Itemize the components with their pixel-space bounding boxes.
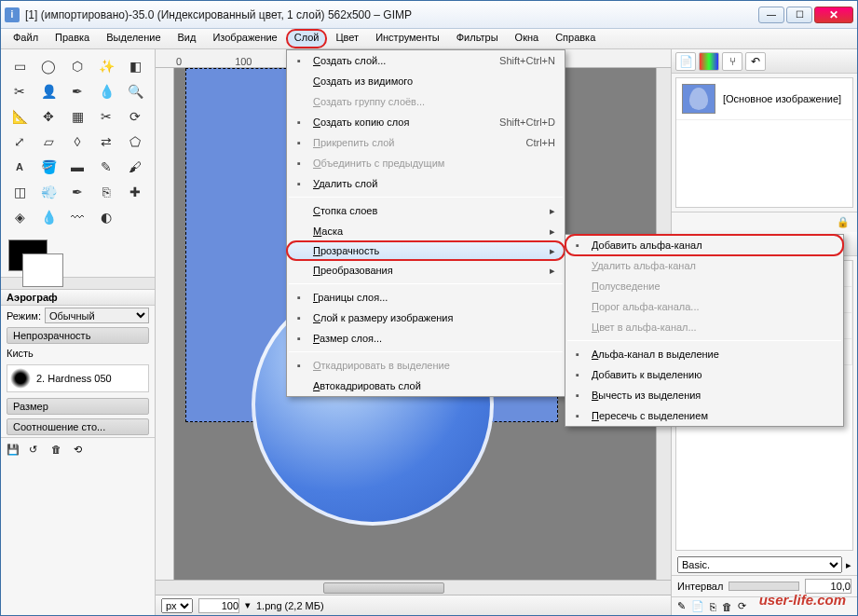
tool-by-color[interactable]: ◧ [122,55,148,77]
brush-preview[interactable]: 2. Hardness 050 [7,364,149,392]
refresh-brush-icon[interactable]: ⟳ [738,600,746,612]
layer-menu-item[interactable]: Автокадрировать слой [287,376,565,396]
tool-clone[interactable]: ⎘ [93,181,119,203]
tab-undo-icon[interactable]: ↶ [745,52,766,71]
menu-select[interactable]: Выделение [98,29,169,48]
tool-paths[interactable]: ✒ [64,80,90,103]
layer-menu-item[interactable]: Преобразования▸ [287,260,565,281]
restore-preset-icon[interactable]: ↺ [29,444,46,459]
menu-filters[interactable]: Фильтры [448,29,507,48]
brush-menu-icon[interactable]: ▸ [846,559,851,571]
layer-menu-item[interactable]: ▪Слой к размеру изображения [287,308,565,328]
tool-fuzzy-select[interactable]: ✨ [93,55,119,77]
mode-select[interactable]: Обычный [45,308,149,323]
tool-crop[interactable]: ✂ [93,105,119,128]
tool-free-select[interactable]: ⬡ [64,55,90,77]
color-swatch[interactable] [8,240,48,271]
scrollbar-horizontal[interactable] [156,580,671,595]
menu-file[interactable]: Файл [5,29,47,48]
minimize-button[interactable]: — [758,7,784,23]
menu-layer[interactable]: Слой [286,29,328,48]
tool-scissors[interactable]: ✂ [7,80,33,103]
brush-combo-row: Basic. ▸ [672,554,857,575]
scrollbar-thumb[interactable] [323,582,444,594]
zoom-input[interactable] [198,598,239,613]
tool-perspective-clone[interactable]: ◈ [7,206,33,228]
tool-zoom[interactable]: 🔍 [122,80,148,103]
unit-select[interactable]: px [161,598,193,613]
maximize-button[interactable]: ☐ [786,7,812,23]
menu-item-label: Полусведение [592,281,661,292]
tool-measure[interactable]: 📐 [7,105,33,128]
ratio-slider[interactable]: Соотношение сто... [7,418,149,435]
opacity-slider[interactable]: Непрозрачность [7,327,149,344]
tool-blend[interactable]: ▬ [64,156,90,178]
menu-view[interactable]: Вид [170,29,205,48]
lock-icon[interactable]: 🔒 [837,216,850,228]
tool-perspective[interactable]: ◊ [64,130,90,153]
tool-blur[interactable]: 💧 [35,206,61,228]
tool-brush[interactable]: 🖌 [122,156,148,178]
layer-menu-item[interactable]: Маска▸ [287,221,565,241]
interval-input[interactable] [805,579,851,594]
interval-slider[interactable] [729,582,799,591]
delete-brush-icon[interactable]: 🗑 [722,601,732,612]
save-preset-icon[interactable]: 💾 [7,444,23,459]
tool-shear[interactable]: ▱ [35,130,61,153]
tool-rect-select[interactable]: ▭ [7,55,33,77]
layer-menu-item[interactable]: ▪Размер слоя... [287,328,565,349]
layer-menu-item[interactable]: Стопка слоев▸ [287,200,565,221]
tool-dodge[interactable]: ◐ [93,206,119,228]
shortcut-label: Shift+Ctrl+D [477,116,555,128]
layer-menu-item[interactable]: ▪Удалить слой [287,173,565,194]
right-tabs: 📄 ⑂ ↶ [672,49,857,74]
submenu-arrow-icon: ▸ [550,265,555,277]
tool-airbrush[interactable]: 💨 [35,181,61,203]
close-button[interactable]: ✕ [814,7,853,23]
tool-cage[interactable]: ⬠ [122,130,148,153]
tool-move[interactable]: ✥ [35,105,61,128]
layer-menu-item[interactable]: ▪Границы слоя... [287,287,565,308]
tool-flip[interactable]: ⇄ [93,130,119,153]
layer-menu-item[interactable]: ▪Создать слой...Shift+Ctrl+N [287,50,565,71]
menu-colors[interactable]: Цвет [327,29,367,48]
tab-channels-icon[interactable] [699,52,719,71]
transparency-item[interactable]: ▪Добавить альфа-канал [565,235,843,255]
tool-rotate[interactable]: ⟳ [122,105,148,128]
menu-edit[interactable]: Правка [47,29,98,48]
delete-preset-icon[interactable]: 🗑 [51,444,68,459]
tool-ink[interactable]: ✒ [64,181,90,203]
layer-menu-item[interactable]: Создать из видимого [287,71,565,91]
tool-text[interactable]: A [7,156,33,178]
menu-tools[interactable]: Инструменты [367,29,448,48]
tab-layers-icon[interactable]: 📄 [675,52,696,71]
tool-heal[interactable]: ✚ [122,181,148,203]
brush-combo[interactable]: Basic. [677,556,842,573]
tool-align[interactable]: ▦ [64,105,90,128]
menu-help[interactable]: Справка [547,29,604,48]
tool-scale[interactable]: ⤢ [7,130,33,153]
tool-foreground[interactable]: 👤 [35,80,61,103]
menu-windows[interactable]: Окна [507,29,548,48]
tab-paths-icon[interactable]: ⑂ [722,52,742,71]
duplicate-brush-icon[interactable]: ⎘ [710,601,716,612]
tool-pencil[interactable]: ✎ [93,156,119,178]
edit-brush-icon[interactable]: ✎ [677,600,686,612]
reset-preset-icon[interactable]: ⟲ [74,444,90,459]
layer-row[interactable]: [Основное изображение] [676,78,852,120]
transparency-item[interactable]: ▪Пересечь с выделением [565,405,843,426]
transparency-item[interactable]: ▪Альфа-канал в выделение [565,344,843,364]
layer-menu-item[interactable]: ▪Создать копию слояShift+Ctrl+D [287,112,565,132]
new-brush-icon[interactable]: 📄 [691,600,704,612]
layer-menu-item[interactable]: Прозрачность▸ [287,241,565,260]
size-slider[interactable]: Размер [7,398,149,415]
tool-ellipse-select[interactable]: ◯ [35,55,61,77]
tool-eraser[interactable]: ◫ [7,181,33,203]
tool-color-picker[interactable]: 💧 [93,80,119,103]
tool-smudge[interactable]: 〰 [64,206,90,228]
tool-bucket[interactable]: 🪣 [35,156,61,178]
menu-image[interactable]: Изображение [204,29,285,48]
transparency-item[interactable]: ▪Вычесть из выделения [565,385,843,405]
sub-icon: ▪ [570,388,585,403]
transparency-item[interactable]: ▪Добавить к выделению [565,364,843,385]
